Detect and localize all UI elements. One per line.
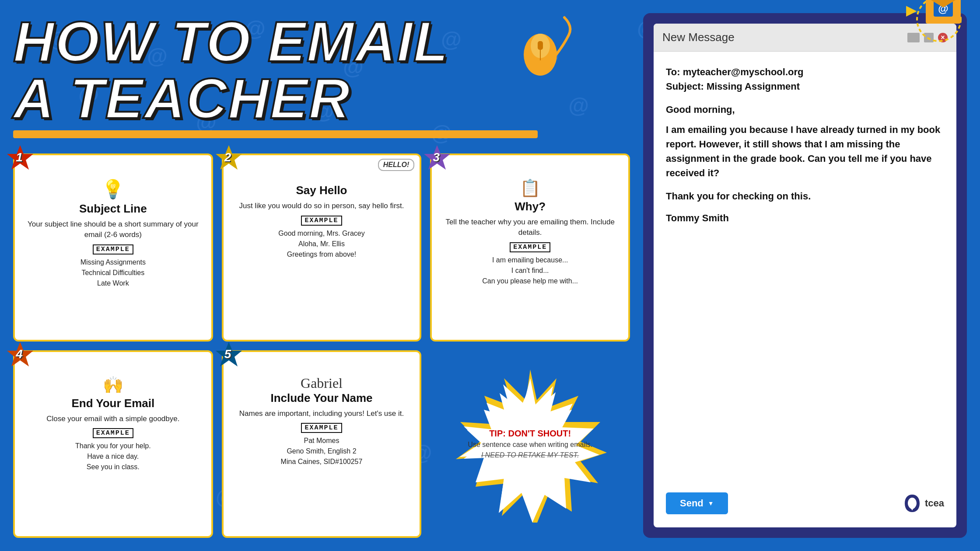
step-1-title: Subject Line <box>79 202 147 216</box>
step-2-example-label: EXAMPLE <box>301 216 342 226</box>
email-thanks: Thank you for checking on this. <box>666 191 944 202</box>
step-1-inner: 💡 Subject Line Your subject line should … <box>24 171 202 331</box>
tcea-logo: tcea <box>901 492 944 514</box>
step-4-inner: 🙌 End Your Email Close your email with a… <box>24 367 202 528</box>
step-3-icon: 📋 <box>520 178 540 198</box>
title-area: HOW TO EMAIL A TEACHER <box>13 13 630 145</box>
starburst-container: TIP: DON'T SHOUT! Use sentence case when… <box>452 365 609 523</box>
hello-bubble: HELLO! <box>378 159 415 171</box>
step-1-badge: 1 <box>6 144 32 171</box>
step-5-badge: 5 <box>215 341 241 367</box>
step-5-inner: Gabriel Include Your Name Names are impo… <box>233 367 410 528</box>
tip-gray-text: Use sentence case when writing emails. <box>468 440 592 450</box>
tip-red-text: TIP: DON'T SHOUT! <box>489 429 571 439</box>
step-5-example-label: EXAMPLE <box>301 423 342 433</box>
steps-grid: 1 💡 Subject Line Your subject line shoul… <box>13 153 630 538</box>
send-dropdown-arrow: ▼ <box>708 500 714 507</box>
main-layout: HOW TO EMAIL A TEACHER <box>0 0 980 551</box>
email-greeting: Good morning, <box>666 104 944 115</box>
email-footer: Send ▼ tcea <box>666 492 944 514</box>
email-subject: Subject: Missing Assignment <box>666 79 944 94</box>
tip-strikethrough-text: I NEED TO RETAKE MY TEST. <box>481 451 579 459</box>
step-3-desc: Tell the teacher why you are emailing th… <box>441 217 619 238</box>
step-4-card: 4 🙌 End Your Email Close your email with… <box>13 350 213 538</box>
step-5-desc: Names are important, including yours! Le… <box>239 408 404 419</box>
step-5-example-text: Pat Momes Geno Smith, English 2 Mina Cai… <box>281 436 363 467</box>
step-2-title: Say Hello <box>296 184 347 197</box>
step-3-example-label: EXAMPLE <box>510 242 550 252</box>
step-1-icon: 💡 <box>102 178 124 200</box>
email-to: To: myteacher@myschool.org <box>666 65 944 79</box>
step-3-inner: 📋 Why? Tell the teacher why you are emai… <box>441 171 619 331</box>
step-3-example-text: I am emailing because... I can't find...… <box>482 255 578 286</box>
step-3-badge: 3 <box>423 144 449 171</box>
right-panel: ▶ @ New Message × <box>643 13 967 538</box>
email-to-subject: To: myteacher@myschool.org Subject: Miss… <box>666 65 944 94</box>
step-3-card: 3 📋 Why? Tell the teacher why you are em… <box>430 153 630 342</box>
step-1-example-text: Missing Assignments Technical Difficulti… <box>80 257 146 289</box>
tip-starburst: TIP: DON'T SHOUT! Use sentence case when… <box>430 350 630 538</box>
step-2-desc: Just like you would do so in person, say… <box>239 201 404 211</box>
step-4-example-label: EXAMPLE <box>93 428 133 438</box>
mouse-decoration <box>508 9 578 80</box>
step-2-badge: 2 <box>215 144 241 171</box>
email-body-content: I am emailing you because I have already… <box>666 122 944 180</box>
step-4-example-text: Thank you for your help. Have a nice day… <box>75 441 151 472</box>
tip-content: TIP: DON'T SHOUT! Use sentence case when… <box>459 420 601 468</box>
step-2-inner: Say Hello Just like you would do so in p… <box>233 171 410 331</box>
email-body: To: myteacher@myschool.org Subject: Miss… <box>654 52 956 527</box>
step-5-title: Include Your Name <box>270 391 372 405</box>
step-5-card: 5 Gabriel Include Your Name Names are im… <box>222 350 422 538</box>
tcea-icon <box>901 492 923 514</box>
step-2-card: 2 HELLO! Say Hello Just like you would d… <box>222 153 422 342</box>
step-3-title: Why? <box>514 200 546 213</box>
step-4-icon: 🙌 <box>103 375 123 394</box>
email-header: New Message × <box>654 24 956 52</box>
send-button[interactable]: Send ▼ <box>666 492 728 514</box>
step-4-title: End Your Email <box>71 397 154 410</box>
step-1-card: 1 💡 Subject Line Your subject line shoul… <box>13 153 213 342</box>
orange-bar <box>13 130 538 138</box>
left-content: HOW TO EMAIL A TEACHER <box>13 13 630 538</box>
step-4-desc: Close your email with a simple goodbye. <box>46 414 179 424</box>
send-button-label: Send <box>680 498 704 509</box>
step-2-example-text: Good morning, Mrs. Gracey Aloha, Mr. Ell… <box>278 228 364 260</box>
email-header-text: New Message <box>662 31 735 44</box>
step-1-desc: Your subject line should be a short summ… <box>24 219 202 240</box>
step-4-badge: 4 <box>6 341 32 367</box>
step-1-example-label: EXAMPLE <box>93 244 133 255</box>
envelope-icon: @ <box>926 0 961 24</box>
email-sender-name: Tommy Smith <box>666 213 944 224</box>
arrow-icon: ▶ <box>906 2 917 18</box>
step-5-signature: Gabriel <box>301 375 343 391</box>
envelope-decoration: ▶ @ <box>926 0 961 24</box>
tcea-text: tcea <box>925 498 944 509</box>
email-window: New Message × To: myteacher@myschool.org… <box>654 24 956 527</box>
